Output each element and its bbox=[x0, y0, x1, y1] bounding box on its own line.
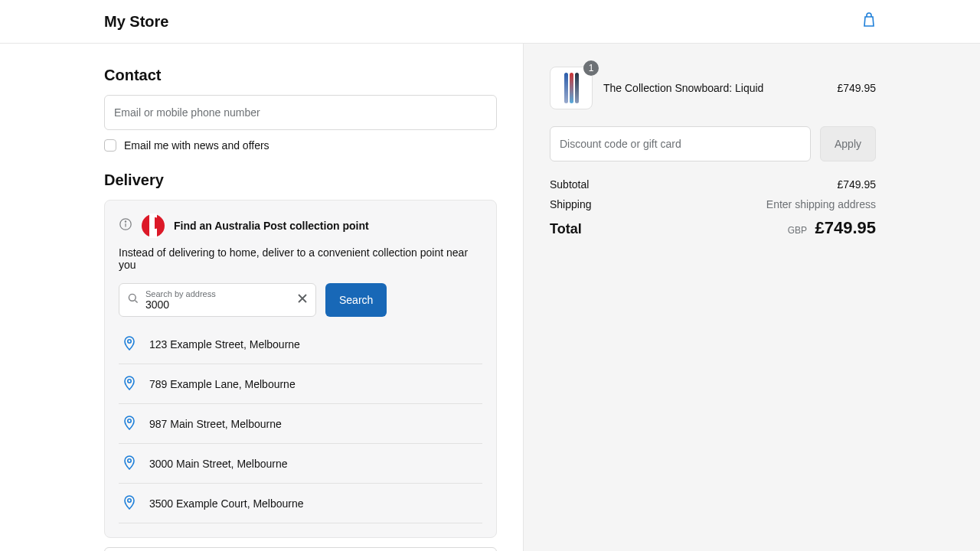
result-address: 3500 Example Court, Melbourne bbox=[149, 497, 304, 510]
subtotal-label: Subtotal bbox=[550, 178, 589, 191]
result-address: 987 Main Street, Melbourne bbox=[149, 418, 282, 430]
currency-code: GBP bbox=[788, 225, 807, 236]
news-label: Email me with news and offers bbox=[124, 139, 270, 152]
svg-point-3 bbox=[128, 340, 131, 343]
list-item[interactable]: 123 Example Street, Melbourne bbox=[119, 324, 482, 364]
search-value: 3000 bbox=[145, 298, 291, 311]
country-select[interactable]: Country/Region Australia bbox=[104, 547, 497, 551]
total-label: Total bbox=[550, 221, 582, 237]
info-icon bbox=[119, 217, 132, 234]
apply-button[interactable]: Apply bbox=[820, 126, 876, 161]
search-icon bbox=[127, 292, 139, 308]
total-value: £749.95 bbox=[815, 218, 876, 237]
contact-heading: Contact bbox=[104, 67, 497, 84]
result-address: 123 Example Street, Melbourne bbox=[149, 338, 300, 350]
discount-input[interactable] bbox=[550, 126, 811, 161]
svg-point-2 bbox=[129, 294, 136, 301]
cart-icon[interactable] bbox=[862, 12, 876, 31]
svg-point-1 bbox=[125, 221, 126, 222]
result-address: 3000 Main Street, Melbourne bbox=[149, 458, 288, 470]
svg-point-5 bbox=[128, 419, 131, 422]
clear-icon[interactable] bbox=[297, 293, 308, 307]
list-item[interactable]: 3500 Example Court, Melbourne bbox=[119, 484, 482, 523]
list-item[interactable]: 3000 Main Street, Melbourne bbox=[119, 444, 482, 484]
svg-point-4 bbox=[128, 380, 131, 383]
search-button[interactable]: Search bbox=[325, 283, 387, 317]
australia-post-logo-icon bbox=[142, 214, 165, 237]
delivery-heading: Delivery bbox=[104, 171, 497, 189]
find-title: Find an Australia Post collection point bbox=[174, 220, 369, 232]
pin-icon bbox=[123, 415, 136, 432]
email-field[interactable] bbox=[104, 95, 497, 130]
svg-point-6 bbox=[128, 459, 131, 462]
shipping-label: Shipping bbox=[550, 198, 592, 210]
search-label: Search by address bbox=[145, 289, 291, 298]
find-subtitle: Instead of delivering to home, deliver t… bbox=[119, 246, 482, 271]
store-name[interactable]: My Store bbox=[104, 13, 168, 31]
pin-icon bbox=[123, 335, 136, 353]
news-checkbox[interactable] bbox=[104, 139, 116, 152]
result-address: 789 Example Lane, Melbourne bbox=[149, 378, 296, 390]
list-item[interactable]: 789 Example Lane, Melbourne bbox=[119, 364, 482, 404]
address-search-input[interactable]: Search by address 3000 bbox=[119, 283, 316, 317]
collection-point-panel: Find an Australia Post collection point … bbox=[104, 200, 497, 538]
subtotal-value: £749.95 bbox=[837, 178, 876, 191]
product-name: The Collection Snowboard: Liquid bbox=[603, 82, 826, 94]
product-price: £749.95 bbox=[837, 82, 876, 94]
pin-icon bbox=[123, 455, 136, 472]
pin-icon bbox=[123, 494, 136, 512]
pin-icon bbox=[123, 375, 136, 393]
list-item[interactable]: 987 Main Street, Melbourne bbox=[119, 404, 482, 444]
shipping-value: Enter shipping address bbox=[766, 198, 876, 210]
quantity-badge: 1 bbox=[583, 60, 599, 76]
svg-point-7 bbox=[128, 499, 131, 502]
